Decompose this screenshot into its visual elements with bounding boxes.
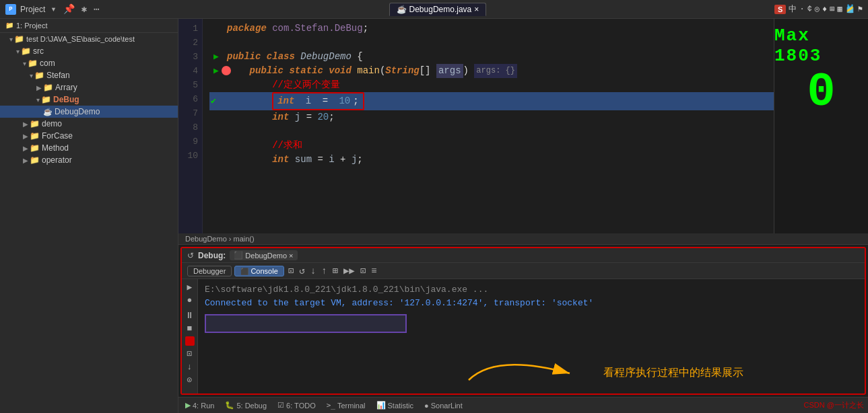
- console-line-2: Connected to the target VM, address: '12…: [205, 297, 858, 310]
- debug-side-icon2[interactable]: ↓: [187, 362, 193, 372]
- tab-label: DebugDemo.java: [409, 5, 472, 14]
- tab-todo[interactable]: ☑ 6: TODO: [275, 400, 319, 411]
- tree-item-debug[interactable]: ▾ 📁 DeBug: [0, 93, 178, 106]
- tab-run-label: 4: Run: [193, 402, 214, 410]
- line-numbers: 1 2 3 4 5 6 7 8 9 10: [178, 19, 203, 233]
- debug-panel-body: ▶ ● ⏸ ■ ⊡ ↓ ⊙ E:\software\jdk1.8.0_221\j…: [182, 279, 865, 393]
- code-content[interactable]: package com.Stefan.DeBug ; ▶ public clas…: [203, 19, 774, 233]
- run-icon: ▶: [185, 401, 191, 410]
- debug-side-icon3[interactable]: ⊙: [187, 375, 193, 385]
- project-sidebar: 📁 1: Project ▾ 📁 test D:\JAVA_SE\basic_c…: [0, 19, 178, 413]
- debug-icon-3[interactable]: ↓: [309, 266, 317, 276]
- bottom-tabs: ▶ 4: Run 🐛 5: Debug ☑ 6: TODO >_ Termina…: [178, 397, 868, 413]
- debug-red-btn[interactable]: [185, 336, 195, 346]
- breadcrumb: DebugDemo › main(): [178, 233, 868, 245]
- debug-icon-tab: 🐛: [225, 401, 234, 410]
- code-line-9: //求和: [209, 139, 774, 153]
- tree-label-demo: demo: [42, 119, 62, 128]
- debug-panel-toolbar: Debugger ⬛ Console ⊡ ↺ ↓ ↑ ⊞ ▶▶ ⊡ ≡: [182, 263, 865, 279]
- kw-package: package: [227, 22, 267, 36]
- tree-item-arrary[interactable]: ▶ 📁 Arrary: [0, 81, 178, 93]
- tree-item-forcase[interactable]: ▶ 📁 ForCase: [0, 130, 178, 142]
- tree-item-com[interactable]: ▾ 📁 com: [0, 57, 178, 69]
- tree-item-demo[interactable]: ▶ 📁 demo: [0, 118, 178, 130]
- csdn-icon5: ▦: [838, 4, 842, 14]
- debug-restart-icon[interactable]: ↺: [187, 251, 194, 260]
- debug-icon-2[interactable]: ↺: [298, 265, 306, 276]
- debug-icon-8[interactable]: ≡: [370, 266, 378, 276]
- code-line-8: [209, 124, 774, 139]
- args-highlight: args: [436, 64, 463, 78]
- tab-terminal[interactable]: >_ Terminal: [324, 400, 368, 411]
- code-editor[interactable]: 1 2 3 4 5 6 7 8 9 10 package com.Ste: [178, 19, 774, 233]
- csdn-icon4: ⊞: [830, 4, 834, 14]
- settings-icon[interactable]: ✱: [80, 2, 88, 16]
- tree-item-stefan[interactable]: ▾ 📁 Stefan: [0, 69, 178, 81]
- debugdemo-tab[interactable]: ☕ DebugDemo.java ×: [389, 3, 487, 16]
- arrow-annotation: 看程序执行过程中的结果展示: [536, 366, 743, 380]
- debug-title: Debug:: [198, 251, 226, 260]
- debug-side-stop[interactable]: ●: [187, 295, 193, 305]
- tab-statistic[interactable]: 📊 Statistic: [374, 400, 417, 411]
- debug-side-pause[interactable]: ⏸: [185, 311, 194, 321]
- args-hint: args: {}: [474, 64, 517, 78]
- debug-icon-4[interactable]: ↑: [320, 266, 328, 276]
- pin-icon[interactable]: 📌: [62, 2, 76, 16]
- tab-sonarlint[interactable]: ● SonarLint: [422, 400, 465, 411]
- csdn-mic-icon: ◎: [815, 4, 820, 14]
- csdn-icon1: ·: [799, 5, 804, 14]
- debugger-tab[interactable]: Debugger: [187, 266, 232, 276]
- main-area: 📁 1: Project ▾ 📁 test D:\JAVA_SE\basic_c…: [0, 19, 868, 413]
- tree-label-com: com: [40, 59, 55, 68]
- tree-item-debugdemo[interactable]: ☕ DebugDemo: [0, 106, 178, 118]
- code-line-6: ✔ int i = 10 ;: [209, 92, 774, 110]
- console-tab[interactable]: ⬛ Console: [234, 266, 283, 276]
- tree-item-method[interactable]: ▶ 📁 Method: [0, 142, 178, 154]
- project-icon: P: [5, 4, 16, 15]
- code-area-wrapper: 1 2 3 4 5 6 7 8 9 10 package com.Ste: [178, 19, 868, 233]
- console-input[interactable]: [205, 314, 407, 333]
- tab-debug[interactable]: 🐛 5: Debug: [222, 400, 269, 411]
- checkmark-6: ✔: [211, 94, 216, 108]
- todo-icon: ☑: [277, 401, 284, 410]
- debug-side-icon1[interactable]: ⊡: [187, 348, 193, 359]
- annotation-arrow-svg: [455, 346, 590, 387]
- debug-icon-1[interactable]: ⊡: [287, 265, 295, 276]
- debug-session-tab[interactable]: ⬛ DebugDemo ×: [230, 250, 297, 260]
- statistic-icon: 📊: [376, 401, 386, 410]
- debug-icon-6[interactable]: ▶▶: [342, 265, 356, 276]
- csdn-lang: 中: [789, 3, 797, 15]
- session-close[interactable]: ×: [289, 252, 293, 260]
- watermark: CSDN @一计之长: [804, 400, 864, 410]
- breakpoint-4[interactable]: [222, 66, 231, 75]
- tree-label-debug: DeBug: [53, 95, 79, 104]
- debug-icon-7[interactable]: ⊡: [359, 265, 367, 276]
- console-icon: ⬛: [240, 268, 248, 275]
- tree-item-src[interactable]: ▾ 📁 src: [0, 45, 178, 57]
- tree-item-test[interactable]: ▾ 📁 test D:\JAVA_SE\basic_code\test: [0, 33, 178, 45]
- debug-panel-header: ↺ Debug: ⬛ DebugDemo ×: [182, 248, 865, 263]
- code-line-5: //定义两个变量: [209, 78, 774, 92]
- tree-item-operator[interactable]: ▶ 📁 operator: [0, 154, 178, 166]
- tree-label-stefan: Stefan: [46, 71, 70, 80]
- debug-icon-5[interactable]: ⊞: [331, 265, 339, 276]
- debug-side-stop2[interactable]: ■: [187, 324, 193, 334]
- debug-folder-icon: 📁: [41, 95, 51, 104]
- arrow-3: ▶: [213, 50, 219, 64]
- score-label: Max 1803: [774, 26, 868, 66]
- sonarlint-icon: ●: [424, 402, 429, 410]
- tab-run[interactable]: ▶ 4: Run: [182, 400, 217, 411]
- tab-close-btn[interactable]: ×: [474, 5, 479, 14]
- code-line-3: ▶ public class DebugDemo {: [209, 50, 774, 64]
- csdn-icon6: 🎽: [845, 4, 855, 14]
- more-icon[interactable]: ⋯: [92, 2, 100, 16]
- debug-side-play[interactable]: ▶: [187, 282, 193, 293]
- project-dropdown[interactable]: ▾: [49, 2, 57, 16]
- score-value: 0: [807, 69, 835, 116]
- editor-main: 1 2 3 4 5 6 7 8 9 10 package com.Ste: [178, 19, 868, 413]
- csdn-icon7: ⚑: [858, 4, 863, 14]
- debug-sidebar: ▶ ● ⏸ ■ ⊡ ↓ ⊙: [182, 279, 198, 393]
- csdn-toolbar: S 中 · ¢ ◎ ♦ ⊞ ▦ 🎽 ⚑: [774, 3, 863, 15]
- tree-label-src: src: [33, 46, 44, 56]
- java-tab-icon: ☕: [397, 5, 407, 14]
